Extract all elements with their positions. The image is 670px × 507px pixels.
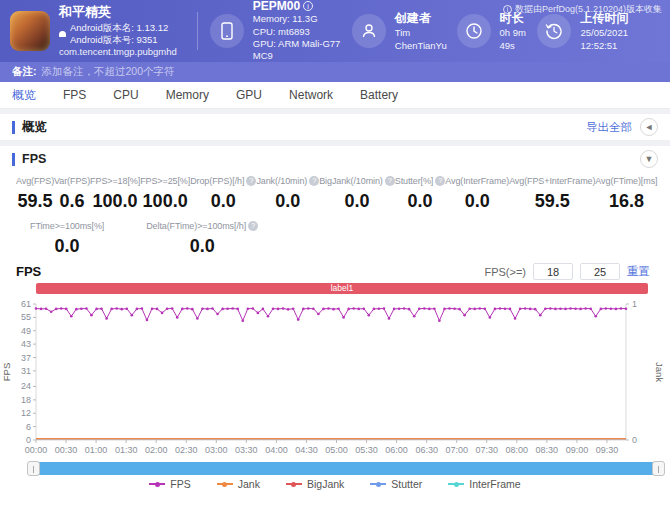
help-icon[interactable]: ? [309,176,319,186]
svg-text:09:30: 09:30 [596,445,619,455]
tab-fps[interactable]: FPS [63,88,86,102]
export-all-link[interactable]: 导出全部 [586,120,632,135]
info-icon: i [503,5,512,14]
help-icon[interactable]: ? [246,176,256,186]
svg-text:03:00: 03:00 [205,445,228,455]
slider-handle-left[interactable] [27,461,40,476]
legend-item-bigjank[interactable]: BigJank [286,478,344,490]
metric-avg-fps-: Avg(FPS)59.5 [16,176,54,212]
android-version-name: Android版本名: 1.13.12 [70,22,168,34]
svg-text:00:30: 00:30 [55,445,78,455]
metric-value: 0.6 [54,191,90,212]
fps-threshold-label: FPS(>=) [484,266,526,278]
metric-value: 100.0 [90,191,140,212]
tab-network[interactable]: Network [289,88,333,102]
overview-title: 概览 [22,119,47,136]
metric-ftime-100ms-: FTime>=100ms[%]0.0 [30,221,104,257]
metric-label: FPS>=25[%] [140,176,190,186]
legend-marker [286,483,302,485]
metric-label: FPS>=18[%] [90,176,140,186]
metric-avg-interframe-: Avg(InterFrame)0.0 [445,176,509,212]
upload-value: 25/05/2021 12:52:51 [580,27,658,52]
metric-label: Drop(FPS)[/h]? [190,176,256,186]
legend-marker [370,483,386,485]
metric-value: 59.5 [16,191,54,212]
phone-icon [210,14,244,48]
svg-text:01:00: 01:00 [85,445,108,455]
tab-memory[interactable]: Memory [166,88,209,102]
legend-label: BigJank [307,478,344,490]
svg-text:6: 6 [26,422,31,432]
reset-link[interactable]: 重置 [627,264,650,279]
svg-text:01:30: 01:30 [115,445,138,455]
svg-text:18: 18 [21,395,31,405]
android-version-code: Android版本号: 9351 [70,34,168,46]
device-cpu: CPU: mt6893 [253,26,352,38]
android-icon [59,31,66,37]
help-icon[interactable]: ? [385,176,395,186]
metric-value: 0.0 [445,191,509,212]
svg-text:06:30: 06:30 [415,445,438,455]
accent-bar [12,153,15,166]
svg-text:07:00: 07:00 [445,445,468,455]
slider-handle-right[interactable] [652,461,665,476]
tab-cpu[interactable]: CPU [113,88,138,102]
creator-block: 创建者 Tim ChenTianYu [352,10,457,52]
metric-drop-fps-h-: Drop(FPS)[/h]?0.0 [190,176,256,212]
fps-chart[interactable]: 061218243137434955610100:0000:3001:0001:… [0,294,670,456]
anchor-collapse-button[interactable]: ◄ [640,118,658,136]
help-icon[interactable]: ? [435,176,445,186]
person-icon [352,14,386,48]
svg-text:05:00: 05:00 [325,445,348,455]
chart-legend: FPSJankBigJankStutterInterFrame [0,478,670,490]
svg-text:FPS: FPS [1,363,12,381]
metric-label: Avg(FTime)[ms] [595,176,657,186]
legend-label: InterFrame [469,478,520,490]
legend-item-interframe[interactable]: InterFrame [448,478,520,490]
tab-gpu[interactable]: GPU [236,88,262,102]
svg-text:1: 1 [632,299,637,309]
svg-text:49: 49 [21,326,31,336]
legend-item-stutter[interactable]: Stutter [370,478,422,490]
svg-text:0: 0 [26,435,31,445]
game-app-icon [10,11,50,51]
overview-section-header: 概览 导出全部 ◄ [0,114,670,141]
fps-collapse-button[interactable]: ▼ [640,150,658,168]
metric-avg-fps-interframe-: Avg(FPS+InterFrame)59.5 [509,176,595,212]
collect-note: i 数据由PerfDog(5.1.210204)版本收集 [503,3,662,16]
help-icon[interactable]: ? [248,221,258,231]
device-info-icon[interactable]: i [303,1,313,11]
fps-threshold-low-input[interactable] [533,263,573,280]
svg-text:03:30: 03:30 [235,445,258,455]
tab-overview[interactable]: 概览 [12,87,36,104]
package-name: com.tencent.tmgp.pubgmhd [59,46,177,57]
tab-battery[interactable]: Battery [360,88,398,102]
metric-fps-25-: FPS>=25[%]100.0 [140,176,190,212]
legend-marker [448,483,464,485]
time-range-slider[interactable] [28,462,664,475]
fps-threshold-high-input[interactable] [580,263,620,280]
remark-bar[interactable]: 备注: 添加备注，不超过200个字符 [0,62,670,82]
svg-text:43: 43 [21,339,31,349]
fps-metrics: Avg(FPS)59.5Var(FPS)0.6FPS>=18[%]100.0FP… [0,172,670,257]
metric-jank-10min-: Jank(/10min)?0.0 [256,176,319,212]
metric-label: Stutter[%]? [395,176,446,186]
history-clock-icon [537,14,571,48]
remark-label: 备注: [12,65,37,79]
legend-label: FPS [170,478,190,490]
duration-block: 时长 0h 9m 49s [457,10,538,52]
metric-label: FTime>=100ms[%] [30,221,104,231]
svg-text:61: 61 [21,299,31,309]
metric-delta-ftime-100ms-h-: Delta(FTime)>=100ms[/h]?0.0 [146,221,258,257]
svg-text:07:30: 07:30 [475,445,498,455]
svg-text:05:30: 05:30 [355,445,378,455]
legend-item-jank[interactable]: Jank [217,478,260,490]
accent-bar [12,121,15,134]
svg-text:37: 37 [21,353,31,363]
creator-value: Tim ChenTianYu [395,27,457,52]
legend-item-fps[interactable]: FPS [149,478,190,490]
fps-chart-header: FPS FPS(>=) 重置 [0,257,670,283]
metric-value: 0.0 [190,191,256,212]
header-divider [197,12,198,50]
svg-text:08:30: 08:30 [536,445,559,455]
